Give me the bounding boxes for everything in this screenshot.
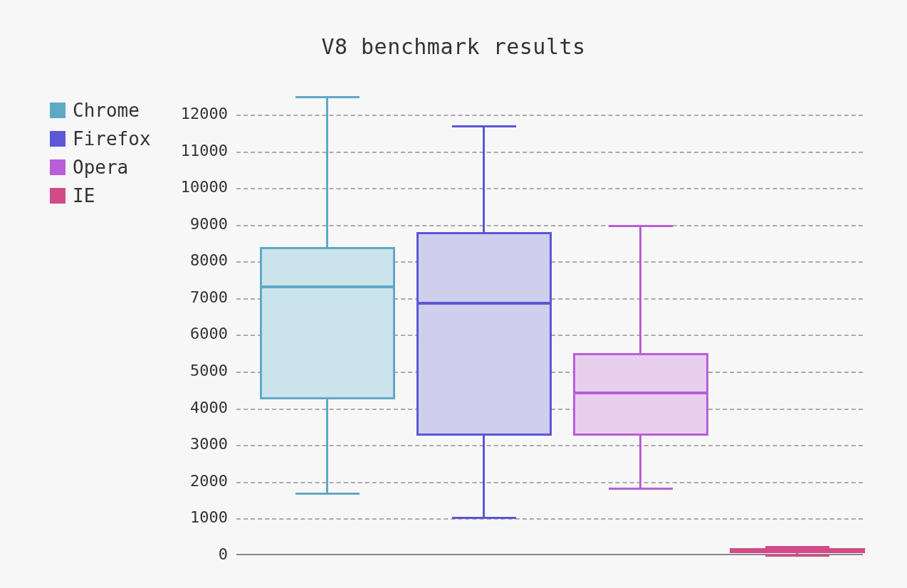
cap-upper [452,125,517,127]
legend-label: Opera [73,157,128,178]
legend-swatch [50,188,65,204]
legend-swatch [50,103,65,118]
boxplot-chrome [260,93,394,555]
y-tick-label: 4000 [157,399,228,416]
y-tick-label: 3000 [157,435,228,453]
legend-item-ie: IE [50,185,151,206]
legend-swatch [50,159,65,175]
y-tick-label: 2000 [157,472,228,490]
whisker-upper [639,225,641,354]
cap-lower [452,517,517,519]
legend-label: IE [73,185,95,206]
chart-container: V8 benchmark results ChromeFirefoxOperaI… [0,0,907,588]
whisker-lower [326,399,328,493]
median-line [730,550,864,553]
boxplot-opera [573,93,708,555]
median-line [260,285,394,288]
iqr-box [260,247,394,399]
plot-area: 0100020003000400050006000700080009000100… [236,93,863,555]
median-line [416,302,551,305]
y-tick-label: 7000 [157,288,228,306]
cap-upper [295,96,360,98]
legend-label: Chrome [73,100,140,121]
legend-item-firefox: Firefox [50,128,151,149]
cap-lower [765,555,830,557]
legend-item-opera: Opera [50,157,151,178]
legend: ChromeFirefoxOperaIE [50,100,151,214]
whisker-upper [326,96,328,247]
y-tick-label: 6000 [157,325,228,343]
legend-item-chrome: Chrome [50,100,151,121]
cap-upper [609,225,673,227]
legend-label: Firefox [73,128,151,149]
boxplot-ie [730,93,864,555]
y-tick-label: 1000 [157,509,228,527]
boxplot-firefox [416,93,551,555]
y-tick-label: 9000 [157,215,228,233]
median-line [573,392,708,394]
legend-swatch [50,131,65,147]
y-tick-label: 5000 [157,362,228,379]
cap-lower [609,488,673,490]
whisker-lower [483,436,485,516]
y-tick-label: 0 [157,545,228,563]
y-tick-label: 12000 [157,105,228,122]
y-tick-label: 8000 [157,252,228,270]
chart-title: V8 benchmark results [0,34,907,59]
y-tick-label: 11000 [157,142,228,159]
cap-lower [295,493,360,495]
iqr-box [416,232,551,436]
y-tick-label: 10000 [157,178,228,196]
whisker-upper [483,125,485,232]
whisker-lower [639,436,641,487]
